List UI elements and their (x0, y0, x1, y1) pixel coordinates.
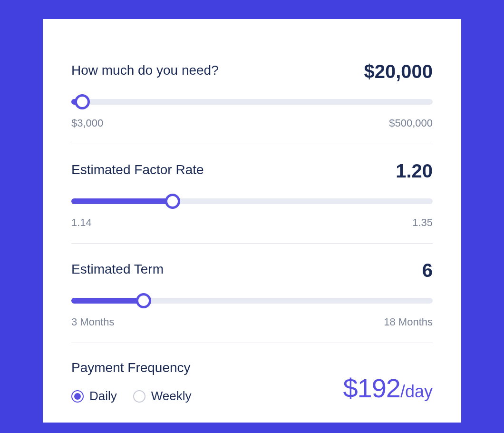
radio-label: Daily (89, 389, 117, 403)
factor-rate-slider-thumb[interactable] (165, 194, 180, 209)
payment-frequency-option-weekly[interactable]: Weekly (133, 389, 192, 403)
term-header: Estimated Term 6 (71, 261, 433, 280)
amount-slider-thumb[interactable] (75, 94, 90, 109)
amount-max-label: $500,000 (389, 117, 433, 129)
factor-rate-value: 1.20 (396, 161, 433, 180)
amount-min-label: $3,000 (71, 117, 103, 129)
term-slider[interactable] (71, 292, 433, 309)
payment-frequency-left: Payment Frequency Daily Weekly (71, 360, 343, 403)
payment-frequency-label: Payment Frequency (71, 360, 343, 375)
amount-slider-track (71, 99, 433, 105)
term-slider-fill (71, 298, 144, 304)
payment-period: /day (400, 382, 433, 402)
payment-frequency-section: Payment Frequency Daily Weekly $192 /day (71, 360, 433, 403)
factor-rate-slider[interactable] (71, 193, 433, 210)
payment-frequency-option-daily[interactable]: Daily (71, 389, 117, 403)
loan-calculator-card: How much do you need? $20,000 $3,000 $50… (43, 19, 461, 423)
factor-rate-slider-fill (71, 198, 173, 204)
term-min-label: 3 Months (71, 316, 115, 328)
radio-icon (133, 390, 145, 403)
factor-rate-slider-range: 1.14 1.35 (71, 216, 433, 229)
factor-rate-header: Estimated Factor Rate 1.20 (71, 161, 433, 180)
amount-slider-range: $3,000 $500,000 (71, 117, 433, 129)
payment-frequency-options: Daily Weekly (71, 389, 343, 403)
term-label: Estimated Term (71, 261, 164, 278)
amount-label: How much do you need? (71, 62, 219, 79)
term-max-label: 18 Months (384, 316, 433, 328)
factor-rate-label: Estimated Factor Rate (71, 161, 204, 178)
factor-rate-min-label: 1.14 (71, 216, 92, 229)
term-slider-range: 3 Months 18 Months (71, 316, 433, 328)
term-section: Estimated Term 6 3 Months 18 Months (71, 261, 433, 343)
factor-rate-max-label: 1.35 (412, 216, 433, 229)
amount-value: $20,000 (364, 62, 433, 81)
term-slider-thumb[interactable] (136, 293, 151, 308)
radio-icon (71, 390, 84, 403)
amount-header: How much do you need? $20,000 (71, 62, 433, 81)
amount-slider[interactable] (71, 93, 433, 110)
factor-rate-section: Estimated Factor Rate 1.20 1.14 1.35 (71, 161, 433, 244)
term-value: 6 (422, 261, 433, 280)
amount-section: How much do you need? $20,000 $3,000 $50… (71, 62, 433, 144)
radio-label: Weekly (151, 389, 192, 403)
payment-result: $192 /day (343, 373, 433, 403)
payment-amount: $192 (343, 373, 400, 403)
